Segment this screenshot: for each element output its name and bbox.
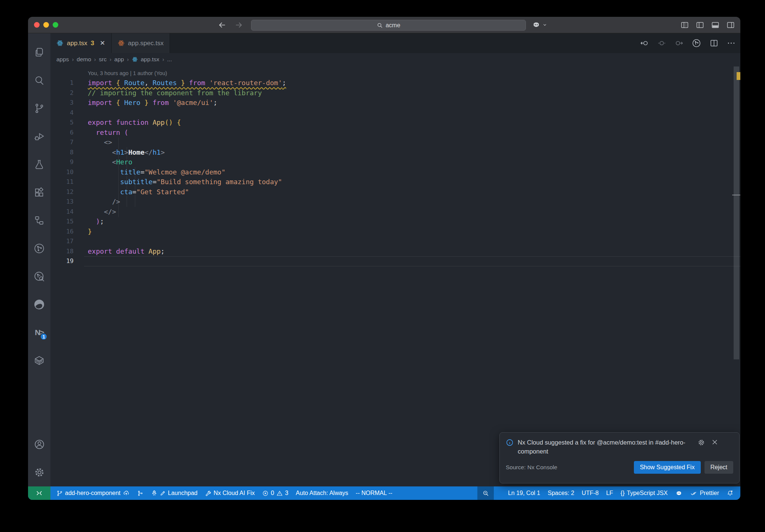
close-window-button[interactable] [34,22,40,28]
editor-scrollbar[interactable] [732,66,740,486]
git-graph-status-item[interactable] [133,486,147,500]
line-number[interactable]: 3 [50,98,74,108]
command-center-search[interactable]: acme [251,20,526,31]
line-number[interactable]: 18 [50,247,74,257]
code-line[interactable]: 10 title="Welcmoe @acme/demo" [50,167,740,177]
breadcrumb-item[interactable]: src [99,56,107,63]
reject-button[interactable]: Reject [704,461,733,474]
breadcrumb-item[interactable]: ... [167,56,172,63]
git-blame-annotation[interactable]: You, 3 hours ago | 1 author (You) [50,69,740,78]
code-line[interactable]: 12 cta="Get Started" [50,187,740,197]
tab-app-tsx[interactable]: app.tsx 3 ✕ [50,33,112,53]
eol-status-item[interactable]: LF [603,486,617,500]
close-tab-icon[interactable]: ✕ [100,39,105,47]
line-number[interactable]: 16 [50,227,74,237]
line-number[interactable]: 15 [50,217,74,227]
line-number[interactable]: 1 [50,78,74,88]
code-line[interactable]: 6 return ( [50,128,740,138]
line-number[interactable]: 4 [50,108,74,118]
nx-console-icon[interactable]: N> 1 [28,318,50,346]
problems-status-item[interactable]: 0 3 [258,486,292,500]
forward-button[interactable] [233,19,244,31]
code-line[interactable]: 8 <h1>Home</h1> [50,148,740,158]
line-number[interactable]: 11 [50,177,74,187]
back-button[interactable] [217,19,228,31]
line-number[interactable]: 12 [50,187,74,197]
breadcrumb-item[interactable]: app [114,56,124,63]
settings-gear-icon[interactable] [28,458,50,486]
code-line[interactable]: 9 <Hero [50,157,740,167]
project-graph-icon[interactable] [28,234,50,262]
notification-settings-gear-icon[interactable] [697,439,705,456]
line-number[interactable]: 10 [50,167,74,177]
line-number[interactable]: 13 [50,197,74,207]
remote-indicator[interactable] [28,486,50,500]
code-line[interactable]: 7 <> [50,137,740,148]
breadcrumb-item[interactable]: app.tsx [141,56,159,63]
maximize-window-button[interactable] [53,22,58,28]
code-line[interactable]: 3import { Hero } from '@acme/ui'; [50,98,740,108]
edge-browser-icon[interactable] [28,290,50,318]
code-line[interactable]: 17 [50,236,740,247]
code-editor[interactable]: You, 3 hours ago | 1 author (You)1import… [50,66,740,486]
breadcrumb-item[interactable]: apps [56,56,69,63]
branch-status-item[interactable]: add-hero-component [53,486,133,500]
code-line[interactable]: 5export function App() { [50,118,740,128]
launchpad-status-item[interactable]: Launchpad [147,486,201,500]
notification-close-icon[interactable] [711,439,718,456]
line-number[interactable]: 2 [50,88,74,98]
cursor-position-status-item[interactable]: Ln 19, Col 1 [504,486,544,500]
line-number[interactable]: 7 [50,137,74,148]
nx-cloud-fix-status-item[interactable]: Nx Cloud AI Fix [201,486,258,500]
type-hierarchy-icon[interactable] [28,206,50,234]
auto-attach-status-item[interactable]: Auto Attach: Always [292,486,352,500]
graph-explorer-icon[interactable] [28,262,50,290]
language-mode-status-item[interactable]: {} TypeScript JSX [617,486,671,500]
line-number[interactable]: 5 [50,118,74,128]
code-line[interactable]: 2// importing the component from the lib… [50,88,740,98]
code-line[interactable]: 19 [50,256,740,266]
line-number[interactable]: 19 [50,256,74,266]
source-control-icon[interactable] [28,94,50,122]
minimize-window-button[interactable] [43,22,49,28]
account-icon[interactable] [28,430,50,458]
notifications-bell-item[interactable] [723,486,737,500]
next-change-button[interactable] [674,38,684,48]
code-line[interactable]: 15 ); [50,217,740,227]
split-editor-button[interactable] [709,38,719,48]
code-line[interactable]: 18export default App; [50,247,740,257]
encoding-status-item[interactable]: UTF-8 [578,486,602,500]
run-debug-icon[interactable] [28,122,50,150]
line-number[interactable]: 9 [50,157,74,167]
line-number[interactable]: 8 [50,148,74,158]
current-change-button[interactable] [657,38,666,48]
nx-project-graph-button[interactable] [691,38,701,48]
code-line[interactable]: 4 [50,108,740,118]
prettier-status-item[interactable]: Prettier [687,486,723,500]
line-number[interactable]: 17 [50,236,74,247]
copilot-menu-button[interactable] [532,20,547,30]
scrollbar-slider[interactable] [734,66,739,359]
line-number[interactable]: 14 [50,207,74,217]
code-line[interactable]: 13 /> [50,197,740,207]
search-sidebar-icon[interactable] [28,66,50,94]
breadcrumb-item[interactable]: demo [77,56,91,63]
tab-app-spec-tsx[interactable]: app.spec.tsx [112,33,170,53]
explorer-icon[interactable] [28,38,50,66]
toggle-primary-sidebar-button[interactable] [696,21,704,30]
code-line[interactable]: 1import { Route, Routes } from 'react-ro… [50,78,740,88]
toggle-panel-button[interactable] [711,21,720,30]
toggle-secondary-sidebar-button[interactable] [726,21,735,30]
copilot-status-item[interactable] [671,486,687,500]
indentation-status-item[interactable]: Spaces: 2 [544,486,578,500]
previous-change-button[interactable] [640,38,649,48]
customize-layout-button[interactable] [680,21,689,30]
code-line[interactable]: 11 subtitle="Build something amazing tod… [50,177,740,187]
more-actions-button[interactable] [727,38,736,48]
extensions-icon[interactable] [28,178,50,206]
container-tools-icon[interactable] [28,346,50,374]
show-suggested-fix-button[interactable]: Show Suggested Fix [634,461,701,474]
zoom-status-item[interactable] [477,486,494,500]
vim-mode-status-item[interactable]: -- NORMAL -- [352,486,396,500]
testing-icon[interactable] [28,150,50,178]
